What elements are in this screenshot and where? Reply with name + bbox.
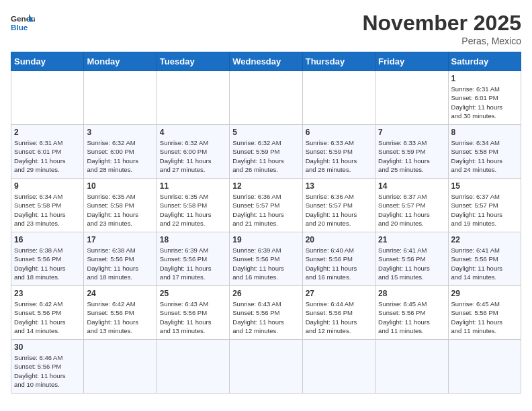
calendar-day-header: Thursday [302,52,375,71]
calendar-day-cell [302,71,375,125]
day-info: Sunrise: 6:40 AMSunset: 5:56 PMDaylight:… [306,246,372,281]
day-info: Sunrise: 6:41 AMSunset: 5:56 PMDaylight:… [378,246,445,281]
calendar-header-row: SundayMondayTuesdayWednesdayThursdayFrid… [11,52,521,71]
calendar-day-cell: 12Sunrise: 6:36 AMSunset: 5:57 PMDayligh… [230,179,302,232]
calendar-day-cell: 8Sunrise: 6:34 AMSunset: 5:58 PMDaylight… [448,125,521,179]
day-number: 16 [14,235,81,244]
day-number: 3 [87,128,153,137]
day-number: 30 [14,342,81,352]
calendar-day-cell: 14Sunrise: 6:37 AMSunset: 5:57 PMDayligh… [375,179,448,232]
calendar-day-cell [11,71,84,125]
calendar-day-cell: 19Sunrise: 6:39 AMSunset: 5:56 PMDayligh… [230,232,302,286]
day-info: Sunrise: 6:38 AMSunset: 5:56 PMDaylight:… [14,246,81,281]
day-number: 9 [14,181,81,191]
day-number: 26 [232,289,299,298]
calendar-day-cell: 27Sunrise: 6:44 AMSunset: 5:56 PMDayligh… [302,286,375,340]
calendar-day-header: Friday [375,52,448,71]
day-info: Sunrise: 6:33 AMSunset: 5:59 PMDaylight:… [378,138,445,174]
calendar-day-header: Wednesday [230,52,302,71]
calendar-day-cell: 25Sunrise: 6:43 AMSunset: 5:56 PMDayligh… [157,286,229,340]
calendar-day-cell [448,340,521,394]
calendar-week-row: 2Sunrise: 6:31 AMSunset: 6:01 PMDaylight… [11,125,521,179]
day-number: 15 [451,181,518,191]
calendar-week-row: 30Sunrise: 6:46 AMSunset: 5:56 PMDayligh… [11,340,521,394]
day-info: Sunrise: 6:43 AMSunset: 5:56 PMDaylight:… [232,300,299,335]
calendar-day-cell [375,340,448,394]
calendar-day-header: Sunday [11,52,84,71]
calendar-day-cell: 1Sunrise: 6:31 AMSunset: 6:01 PMDaylight… [448,71,521,125]
calendar-day-cell: 20Sunrise: 6:40 AMSunset: 5:56 PMDayligh… [302,232,375,286]
day-info: Sunrise: 6:39 AMSunset: 5:56 PMDaylight:… [232,246,299,281]
calendar-day-cell: 3Sunrise: 6:32 AMSunset: 6:00 PMDaylight… [84,125,157,179]
calendar-day-cell: 10Sunrise: 6:35 AMSunset: 5:58 PMDayligh… [84,179,157,232]
day-number: 23 [14,289,81,298]
day-number: 25 [160,289,226,298]
title-block: November 2025 Peras, Mexico [362,11,521,46]
calendar-table: SundayMondayTuesdayWednesdayThursdayFrid… [11,52,521,394]
day-number: 22 [451,235,518,244]
svg-text:Blue: Blue [11,23,28,32]
day-info: Sunrise: 6:31 AMSunset: 6:01 PMDaylight:… [451,85,518,120]
calendar-day-header: Monday [84,52,157,71]
calendar-day-cell: 18Sunrise: 6:39 AMSunset: 5:56 PMDayligh… [157,232,229,286]
calendar-day-cell: 9Sunrise: 6:34 AMSunset: 5:58 PMDaylight… [11,179,84,232]
calendar-day-cell: 2Sunrise: 6:31 AMSunset: 6:01 PMDaylight… [11,125,84,179]
calendar-day-cell [230,340,302,394]
calendar-day-cell: 30Sunrise: 6:46 AMSunset: 5:56 PMDayligh… [11,340,84,394]
day-info: Sunrise: 6:35 AMSunset: 5:58 PMDaylight:… [160,192,226,228]
day-info: Sunrise: 6:42 AMSunset: 5:56 PMDaylight:… [87,300,153,335]
day-number: 8 [451,128,518,137]
day-number: 5 [232,128,299,137]
calendar-day-cell: 17Sunrise: 6:38 AMSunset: 5:56 PMDayligh… [84,232,157,286]
calendar-day-header: Saturday [448,52,521,71]
calendar-day-cell: 24Sunrise: 6:42 AMSunset: 5:56 PMDayligh… [84,286,157,340]
day-number: 1 [451,74,518,83]
day-info: Sunrise: 6:34 AMSunset: 5:58 PMDaylight:… [451,138,518,174]
calendar-day-cell: 22Sunrise: 6:41 AMSunset: 5:56 PMDayligh… [448,232,521,286]
calendar-week-row: 1Sunrise: 6:31 AMSunset: 6:01 PMDaylight… [11,71,521,125]
day-info: Sunrise: 6:36 AMSunset: 5:57 PMDaylight:… [232,192,299,228]
day-info: Sunrise: 6:32 AMSunset: 5:59 PMDaylight:… [232,138,299,174]
calendar-week-row: 23Sunrise: 6:42 AMSunset: 5:56 PMDayligh… [11,286,521,340]
day-info: Sunrise: 6:34 AMSunset: 5:58 PMDaylight:… [14,192,81,228]
day-number: 29 [451,289,518,298]
day-number: 11 [160,181,226,191]
calendar-day-cell: 15Sunrise: 6:37 AMSunset: 5:57 PMDayligh… [448,179,521,232]
calendar-day-cell [84,71,157,125]
day-info: Sunrise: 6:33 AMSunset: 5:59 PMDaylight:… [306,138,372,174]
day-number: 21 [378,235,445,244]
calendar-week-row: 9Sunrise: 6:34 AMSunset: 5:58 PMDaylight… [11,179,521,232]
day-number: 18 [160,235,226,244]
day-number: 28 [378,289,445,298]
calendar-day-cell: 5Sunrise: 6:32 AMSunset: 5:59 PMDaylight… [230,125,302,179]
day-info: Sunrise: 6:45 AMSunset: 5:56 PMDaylight:… [378,300,445,335]
page-header: General Blue November 2025 Peras, Mexico [11,11,521,46]
day-info: Sunrise: 6:42 AMSunset: 5:56 PMDaylight:… [14,300,81,335]
calendar-day-cell: 21Sunrise: 6:41 AMSunset: 5:56 PMDayligh… [375,232,448,286]
day-number: 20 [306,235,372,244]
calendar-day-cell [84,340,157,394]
logo: General Blue [11,11,35,35]
day-info: Sunrise: 6:38 AMSunset: 5:56 PMDaylight:… [87,246,153,281]
day-number: 13 [306,181,372,191]
calendar-day-cell: 13Sunrise: 6:36 AMSunset: 5:57 PMDayligh… [302,179,375,232]
calendar-day-cell: 7Sunrise: 6:33 AMSunset: 5:59 PMDaylight… [375,125,448,179]
generalblue-logo-icon: General Blue [11,11,35,35]
day-number: 17 [87,235,153,244]
day-info: Sunrise: 6:36 AMSunset: 5:57 PMDaylight:… [306,192,372,228]
calendar-day-cell: 6Sunrise: 6:33 AMSunset: 5:59 PMDaylight… [302,125,375,179]
day-info: Sunrise: 6:41 AMSunset: 5:56 PMDaylight:… [451,246,518,281]
day-info: Sunrise: 6:32 AMSunset: 6:00 PMDaylight:… [160,138,226,174]
calendar-day-cell: 4Sunrise: 6:32 AMSunset: 6:00 PMDaylight… [157,125,229,179]
day-info: Sunrise: 6:35 AMSunset: 5:58 PMDaylight:… [87,192,153,228]
calendar-day-cell [157,340,229,394]
day-number: 14 [378,181,445,191]
location: Peras, Mexico [362,36,521,46]
day-number: 24 [87,289,153,298]
calendar-day-cell [302,340,375,394]
day-info: Sunrise: 6:46 AMSunset: 5:56 PMDaylight:… [14,353,81,389]
day-info: Sunrise: 6:37 AMSunset: 5:57 PMDaylight:… [378,192,445,228]
day-info: Sunrise: 6:37 AMSunset: 5:57 PMDaylight:… [451,192,518,228]
calendar-day-cell: 28Sunrise: 6:45 AMSunset: 5:56 PMDayligh… [375,286,448,340]
day-number: 2 [14,128,81,137]
